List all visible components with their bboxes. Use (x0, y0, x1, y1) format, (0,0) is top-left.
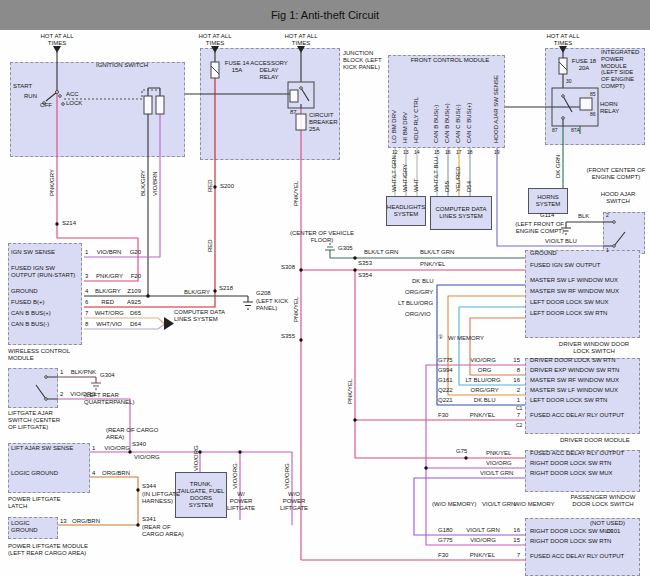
fcm-pin: 13 (403, 150, 409, 156)
plm-signal: LOGIC GROUND (11, 520, 57, 534)
circuit-code: D64 (130, 321, 141, 328)
wcm-signal: FUSED B(+) (11, 299, 81, 306)
pin-label: 1 (85, 249, 88, 256)
fcm-pin: 17 (456, 150, 462, 156)
wire-label-blk-gry: BLK/GRY (184, 289, 210, 296)
circuit-breaker-label: CIRCUIT BREAKER 25A (309, 112, 343, 132)
ddm-row: G161LT BLU/ORG16 (438, 377, 520, 384)
wire-label-vio-lt-grn: VIO/LT GRN (480, 470, 513, 477)
wire-label-vio-brn: VIO/BRN (152, 171, 158, 196)
fcm-signal: CAN C BUS(-) (455, 104, 461, 143)
relay-pin-87: 87 (290, 109, 297, 116)
wiring-diagram: Fig 1: Anti-theft Circuit HEADLIGHTS SYS… (0, 0, 650, 578)
ignition-pos-start: START (13, 83, 32, 90)
door-row: G775VIO/ORG15 (438, 537, 520, 544)
resistor-symbol (156, 96, 164, 114)
relay-pin-86: 86 (590, 112, 596, 118)
pin-label: 2 (606, 213, 609, 219)
circuit-code: F20 (131, 273, 141, 280)
switch-signal: RIGHT DOOR LOCK SW MUX (530, 470, 613, 477)
switch-signal: LEFT DOOR LOCK SW MUX (530, 299, 609, 306)
ddm-signal: LEFT DOOR LOCK SW RTN (530, 397, 607, 404)
door-row: F30PNK/YEL7 (438, 552, 520, 559)
with-power-liftgate-tag: W/ POWER LIFTGATE (226, 491, 256, 511)
memory-note: W/ MEMORY (448, 335, 484, 342)
wcm-row: 3PNK/GRYF20 (85, 273, 141, 280)
wire-label: ORG (478, 367, 492, 374)
pin-label: 2 (60, 391, 63, 398)
wire-label-dk-grn: DK GRN (555, 155, 561, 178)
wire-label: WHT/LT BLU (433, 157, 439, 192)
door-row: G180VIO/LT GRN16 (438, 527, 520, 534)
circuit-code: G20 (130, 249, 141, 256)
wire-label-org-vio: ORG/VIO (405, 311, 431, 318)
ipm-title: INTEGRATED POWER MODULE (LEFT SIDE OF EN… (601, 49, 643, 90)
wcm-signal: IGN SW SENSE (11, 249, 81, 256)
hood-switch-location: (FRONT CENTER OF ENGINE COMPT) (586, 167, 646, 181)
pin-label: 16 (513, 527, 520, 534)
wcm-title: WIRELESS CONTROL MODULE (8, 348, 78, 362)
splice-s344-location: (IN LIFTGATE HARNESS) (142, 491, 192, 505)
connector-c301: C301 (606, 528, 620, 535)
switch-signal: FUSED IGN SW OUTPUT (530, 262, 600, 269)
wire-label-pnk-yel: PNK/YEL (486, 450, 511, 457)
fcm-signal: HI BM DRV (402, 112, 408, 143)
latch-title: POWER LIFTGATE LATCH (8, 496, 70, 510)
switch-signal: RIGHT DOOR LOCK SW RTN (530, 460, 611, 467)
plm-title: POWER LIFTGATE MODULE (LEFT REAR CARGO A… (8, 543, 92, 557)
pin-label: 8 (517, 367, 520, 374)
fcm-title: FRONT CONTROL MODULE (400, 57, 500, 64)
switch-signal: FUSED ACC DELAY RLY OUTPUT (530, 553, 624, 560)
hood-switch-title: HOOD AJAR SWITCH (592, 191, 644, 205)
liftgate-row: 1BLK/PNK (60, 369, 96, 376)
ignition-pos-acc: ACC (66, 91, 79, 98)
wire-label-lt-blu-org: LT BLU/ORG (398, 300, 433, 307)
wire-label-vio-lt-grn: VIO/LT GRN (482, 501, 515, 508)
hot-feed-label: HOT AT ALL TIMES (34, 33, 80, 47)
fcm-pin: 16 (445, 150, 451, 156)
wire-label-red: RED (207, 179, 213, 192)
wire-label: YEL/RED (455, 166, 461, 192)
wire-label: WHT/ORG (95, 310, 124, 317)
wire-label-blk-lt-grn: BLK/LT GRN (364, 249, 398, 256)
wire-label-vio-org: VIO/ORG (193, 445, 199, 471)
wire-label-vio-org: VIO/ORG (486, 460, 512, 467)
fcm-pin: 14 (414, 150, 420, 156)
driver-window-switch-title: DRIVER WINDOW DOOR LOCK SWITCH (552, 341, 636, 355)
wire-label-pnk-yel: PNK/YEL (420, 261, 445, 268)
ddm-row: G994ORG8 (438, 367, 520, 374)
fcm-pin: 18 (467, 150, 473, 156)
wire-label-org-gry: ORG/GRY (405, 289, 433, 296)
pin-label: 16 (513, 377, 520, 384)
wire-label: WHT (413, 178, 419, 192)
circuit-code: Z109 (127, 288, 141, 295)
relay-pin-85: 85 (590, 92, 596, 98)
ddm-title: DRIVER DOOR MODULE (560, 437, 630, 444)
wcm-row: 8WHT/VIOD64 (85, 321, 141, 328)
pin-label: 4 (85, 288, 88, 295)
circuit-code: F30 (438, 412, 448, 419)
wcm-row: 4BLK/GRYZ109 (85, 288, 141, 295)
pin-label: 6 (85, 299, 88, 306)
wo-memory-note: W/O MEMORY (514, 501, 555, 508)
switch-signal: MASTER SW LF WINDOW MUX (530, 277, 618, 284)
wire-label: ORG/GRY (471, 387, 499, 394)
wire-label: WHT/LT GRN (391, 155, 397, 192)
wcm-signal: CAN B BUS(+) (11, 310, 81, 317)
wire-label: DK BLU (474, 397, 496, 404)
wire-label: ORG/BRN (102, 470, 130, 477)
ignition-pos-lock: LOCK (66, 100, 82, 107)
ground-g305: G305 (338, 245, 353, 252)
wire-label-blk-lt-grn: BLK/LT GRN (420, 249, 454, 256)
pin-label: 7 (517, 412, 520, 419)
ground-g304-location: (LEFT REAR QUARTERPANEL) (84, 392, 150, 406)
hot-feed-label: HOT AT ALL TIMES (540, 33, 586, 47)
splice-s355: S355 (281, 333, 295, 340)
splice-s353: S353 (358, 260, 372, 267)
junction-block-title: JUNCTION BLOCK (LEFT KICK PANEL) (343, 50, 387, 70)
relay-coil-symbol (290, 90, 298, 102)
fuse14-label: FUSE 14 15A (224, 60, 250, 74)
plm-row: 13ORG/BRN (60, 518, 100, 525)
hot-feed-label: HOT AT ALL TIMES (192, 33, 238, 47)
wcm-row: 7WHT/ORGD65 (85, 310, 141, 317)
